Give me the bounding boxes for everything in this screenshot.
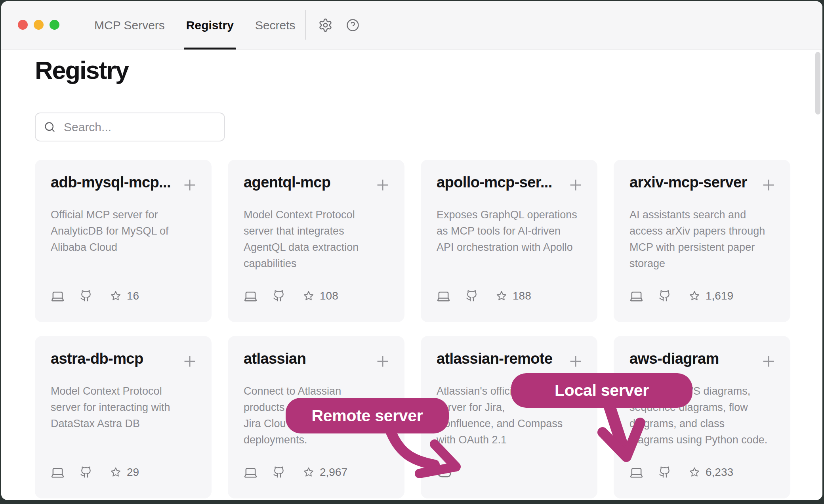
question-mark-icon	[346, 18, 360, 32]
card-footer: 16	[51, 288, 139, 304]
star-icon	[496, 290, 507, 302]
card-header: agentql-mcp	[244, 173, 392, 195]
settings-button[interactable]	[318, 18, 333, 32]
card-footer: 1,619	[629, 288, 733, 304]
star-count: 108	[320, 290, 338, 302]
star-icon	[303, 290, 315, 302]
laptop-icon	[629, 466, 643, 479]
card-footer: 29	[51, 464, 139, 480]
search-input[interactable]	[64, 120, 216, 134]
github-icon[interactable]	[658, 290, 671, 302]
page-title: Registry	[35, 56, 128, 84]
tab-registry[interactable]: Registry	[185, 1, 235, 49]
help-button[interactable]	[346, 18, 360, 32]
add-server-button[interactable]	[759, 176, 778, 195]
card-description: Model Context Protocolserver that integr…	[244, 207, 359, 272]
card-title: atlassian	[244, 349, 306, 368]
registry-card-agentql-mcp[interactable]: agentql-mcp Model Context Protocolserver…	[228, 160, 404, 322]
star-count: 2,967	[320, 466, 347, 479]
plus-icon	[566, 176, 585, 194]
laptop-icon	[244, 466, 258, 479]
star-icon	[689, 290, 700, 302]
card-footer: 6,233	[629, 464, 733, 480]
card-footer	[437, 464, 452, 480]
add-server-button[interactable]	[181, 176, 199, 195]
annotation-local-server: Local server	[511, 373, 692, 408]
search-box[interactable]	[35, 113, 225, 141]
star-icon	[689, 466, 700, 478]
gear-icon	[318, 18, 333, 32]
minimize-button[interactable]	[34, 20, 44, 30]
search-icon	[44, 121, 56, 133]
star-count: 6,233	[706, 466, 733, 479]
laptop-icon	[244, 289, 258, 303]
github-icon[interactable]	[80, 466, 92, 479]
scrollbar-thumb[interactable]	[815, 52, 820, 115]
titlebar-icons	[318, 1, 360, 49]
star-count: 188	[513, 290, 531, 302]
registry-card-arxiv-mcp-server[interactable]: arxiv-mcp-server AI assistants search an…	[614, 160, 790, 322]
star-icon	[303, 466, 315, 478]
card-footer: 2,967	[244, 464, 347, 480]
card-title: aws-diagram	[629, 349, 719, 368]
github-icon[interactable]	[80, 290, 92, 302]
tab-secrets[interactable]: Secrets	[254, 1, 296, 49]
plus-icon	[759, 176, 778, 194]
titlebar-divider	[305, 10, 306, 40]
laptop-icon	[51, 466, 65, 479]
traffic-lights	[18, 20, 59, 30]
tab-bar: MCP ServersRegistrySecrets	[93, 1, 296, 49]
star-count: 29	[127, 466, 139, 479]
card-title: adb-mysql-mcp...	[51, 173, 171, 192]
plus-icon	[181, 176, 199, 194]
card-title: astra-db-mcp	[51, 349, 143, 368]
registry-card-aws-diagram[interactable]: aws-diagram Generate AWS diagrams,sequen…	[614, 336, 790, 498]
registry-grid: adb-mysql-mcp... Official MCP server for…	[35, 160, 790, 498]
titlebar: MCP ServersRegistrySecrets	[1, 1, 822, 50]
card-header: atlassian-remote	[437, 349, 585, 372]
plus-icon	[374, 176, 392, 194]
add-server-button[interactable]	[374, 176, 392, 195]
card-description: Official MCP server forAnalyticDB for My…	[51, 207, 169, 256]
card-header: aws-diagram	[629, 349, 778, 372]
card-description: Exposes GraphQL operationsas MCP tools f…	[437, 207, 577, 256]
github-icon[interactable]	[465, 290, 478, 302]
registry-card-astra-db-mcp[interactable]: astra-db-mcp Model Context Protocolserve…	[35, 336, 212, 498]
card-title: atlassian-remote	[437, 349, 552, 368]
laptop-icon	[437, 289, 450, 303]
laptop-icon	[629, 289, 643, 303]
star-count: 1,619	[706, 290, 733, 302]
card-header: astra-db-mcp	[51, 349, 199, 372]
zoom-button[interactable]	[50, 20, 59, 30]
add-server-button[interactable]	[759, 352, 778, 372]
add-server-button[interactable]	[181, 352, 199, 372]
card-header: atlassian	[244, 349, 392, 372]
card-title: apollo-mcp-ser...	[437, 173, 552, 192]
github-icon[interactable]	[658, 466, 671, 479]
card-header: adb-mysql-mcp...	[51, 173, 199, 195]
annotation-remote-server: Remote server	[286, 398, 449, 433]
github-icon[interactable]	[273, 466, 285, 479]
plus-icon	[374, 352, 392, 370]
card-description: AI assistants search andaccess arXiv pap…	[629, 207, 765, 272]
laptop-icon	[51, 289, 65, 303]
registry-card-adb-mysql-mcp[interactable]: adb-mysql-mcp... Official MCP server for…	[35, 160, 212, 322]
card-footer: 108	[244, 288, 338, 304]
star-count: 16	[127, 290, 139, 302]
card-header: arxiv-mcp-server	[629, 173, 778, 195]
card-description: Model Context Protocolserver for interac…	[51, 383, 170, 432]
tab-mcp-servers[interactable]: MCP Servers	[93, 1, 166, 49]
card-title: agentql-mcp	[244, 173, 330, 192]
star-icon	[110, 466, 122, 478]
card-header: apollo-mcp-ser...	[437, 173, 585, 195]
add-server-button[interactable]	[566, 352, 585, 372]
cloud-icon	[437, 465, 452, 480]
add-server-button[interactable]	[566, 176, 585, 195]
app-window: MCP ServersRegistrySecrets Registry	[1, 1, 822, 500]
github-icon[interactable]	[273, 290, 285, 302]
plus-icon	[759, 352, 778, 370]
close-button[interactable]	[18, 20, 28, 30]
registry-card-apollo-mcp-ser[interactable]: apollo-mcp-ser... Exposes GraphQL operat…	[421, 160, 597, 322]
add-server-button[interactable]	[374, 352, 392, 372]
plus-icon	[566, 352, 585, 370]
